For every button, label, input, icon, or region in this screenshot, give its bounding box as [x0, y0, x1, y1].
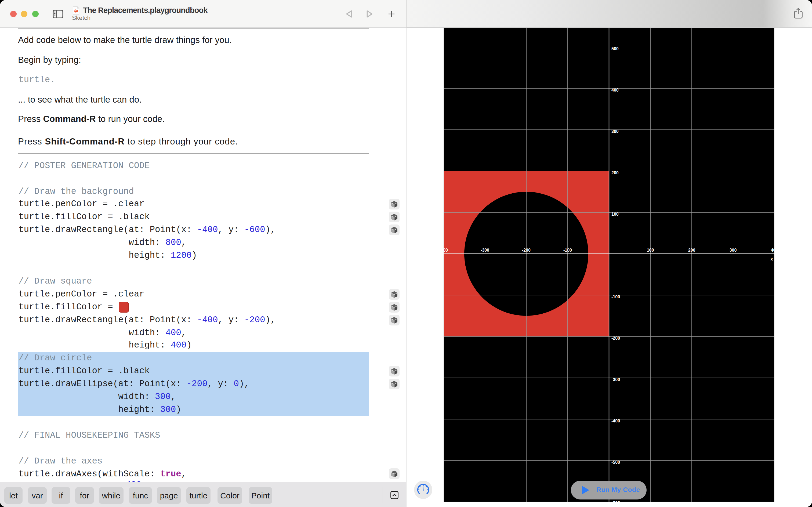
svg-text:-600: -600: [611, 500, 620, 501]
svg-text:100: 100: [647, 247, 654, 252]
svg-text:-300: -300: [480, 247, 489, 252]
svg-text:300: 300: [729, 247, 737, 252]
svg-text:-200: -200: [611, 336, 620, 340]
svg-text:200: 200: [611, 170, 619, 175]
svg-text:-100: -100: [611, 294, 620, 299]
svg-text:-400: -400: [611, 418, 620, 423]
svg-text:500: 500: [611, 46, 619, 51]
svg-text:300: 300: [611, 129, 619, 133]
svg-text:-500: -500: [611, 460, 620, 464]
svg-text:100: 100: [611, 212, 619, 216]
svg-text:-100: -100: [563, 247, 572, 252]
svg-text:200: 200: [688, 247, 695, 252]
svg-text:-200: -200: [522, 247, 530, 252]
svg-text:-300: -300: [611, 377, 620, 382]
svg-text:400: 400: [771, 247, 774, 252]
svg-text:400: 400: [611, 88, 619, 92]
svg-text:-400: -400: [443, 247, 448, 252]
svg-text:x: x: [770, 257, 773, 261]
